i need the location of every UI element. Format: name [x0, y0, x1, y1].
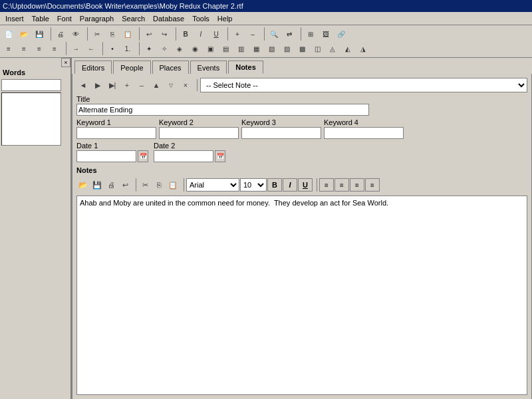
tb-special-13[interactable]: ◬ — [325, 42, 340, 55]
menu-help[interactable]: Help — [213, 14, 237, 23]
note-up-btn[interactable]: ▲ — [150, 79, 163, 91]
menu-tools[interactable]: Tools — [188, 14, 213, 23]
tb-sep-9 — [100, 42, 103, 55]
date1-calendar-btn[interactable]: 📅 — [138, 150, 148, 162]
tb-link-btn[interactable]: 🔗 — [334, 27, 348, 41]
keyword3-label: Keyword 3 — [241, 118, 321, 126]
tb-special-14[interactable]: ◭ — [340, 42, 355, 55]
tb-align-left-btn[interactable]: ≡ — [1, 42, 16, 55]
tb-zoom-in-btn[interactable]: + — [230, 27, 245, 41]
notes-save-btn[interactable]: 💾 — [90, 179, 104, 191]
notes-align-right-btn[interactable]: ≡ — [350, 178, 364, 192]
notes-align-justify-btn[interactable]: ≡ — [365, 178, 380, 192]
tb-special-12[interactable]: ◫ — [310, 42, 325, 55]
keyword3-input[interactable] — [241, 127, 321, 139]
left-panel-search-input[interactable] — [1, 79, 61, 91]
notes-bold-btn[interactable]: B — [267, 178, 282, 192]
notes-italic-btn[interactable]: I — [283, 178, 297, 192]
dates-row: Date 1 📅 Date 2 📅 — [76, 142, 527, 162]
tb-image-btn[interactable]: 🖼 — [319, 27, 333, 41]
tb-zoom-out-btn[interactable]: – — [245, 27, 260, 41]
tb-align-center-btn[interactable]: ≡ — [17, 42, 31, 55]
tb-outdent-btn[interactable]: ← — [84, 42, 98, 55]
notes-align-center-btn[interactable]: ≡ — [334, 178, 349, 192]
keyword4-input[interactable] — [324, 127, 404, 139]
tb-find-btn[interactable]: 🔍 — [267, 27, 281, 41]
tb-italic-btn[interactable]: I — [194, 27, 208, 41]
notes-align-left-btn[interactable]: ≡ — [319, 178, 334, 192]
tb-table-btn[interactable]: ⊞ — [303, 27, 318, 41]
tab-places[interactable]: Places — [152, 61, 189, 74]
tb-align-right-btn[interactable]: ≡ — [32, 42, 47, 55]
left-panel-list[interactable] — [1, 92, 61, 146]
notes-open-btn[interactable]: 📂 — [76, 179, 90, 191]
title-input[interactable] — [76, 104, 369, 116]
notes-textarea[interactable]: Ahab and Moby are united in the common n… — [76, 196, 527, 395]
tb-special-1[interactable]: ✦ — [142, 42, 156, 55]
menu-database[interactable]: Database — [149, 14, 188, 23]
note-close-btn[interactable]: × — [179, 79, 192, 91]
notes-paste-btn[interactable]: 📋 — [166, 179, 180, 191]
date2-calendar-btn[interactable]: 📅 — [215, 150, 225, 162]
note-down-btn[interactable]: ▽ — [164, 79, 178, 91]
toolbar-row-2: ≡ ≡ ≡ ≡ → ← • 1. ✦ ✧ ◈ ◉ ▣ ▤ ▥ ▦ ▧ ▨ ▩ ◫… — [1, 41, 531, 56]
tb-special-4[interactable]: ◉ — [188, 42, 202, 55]
tb-justify-btn[interactable]: ≡ — [47, 42, 62, 55]
notes-print-btn[interactable]: 🖨 — [104, 179, 118, 191]
tb-special-5[interactable]: ▣ — [203, 42, 217, 55]
notes-cut-btn[interactable]: ✂ — [138, 179, 152, 191]
select-note-dropdown[interactable]: -- Select Note -- — [200, 78, 527, 92]
tb-bullet-btn[interactable]: • — [105, 42, 120, 55]
notes-copy-btn[interactable]: ⎘ — [152, 179, 166, 191]
menu-table[interactable]: Table — [28, 14, 53, 23]
tb-special-15[interactable]: ◮ — [356, 42, 370, 55]
tb-new-btn[interactable]: 📄 — [1, 27, 16, 41]
left-panel-close-btn[interactable]: × — [61, 58, 70, 67]
menu-paragraph[interactable]: Paragraph — [76, 14, 118, 23]
tb-replace-btn[interactable]: ⇄ — [282, 27, 297, 41]
tb-print-btn[interactable]: 🖨 — [53, 27, 68, 41]
keyword3-group: Keyword 3 — [241, 118, 321, 139]
tb-special-7[interactable]: ▥ — [233, 42, 248, 55]
tb-special-2[interactable]: ✧ — [157, 42, 172, 55]
date2-input[interactable] — [154, 150, 213, 162]
date1-input[interactable] — [76, 150, 136, 162]
tb-special-3[interactable]: ◈ — [172, 42, 187, 55]
tab-editors[interactable]: Editors — [74, 61, 112, 74]
note-next-btn[interactable]: ▶| — [106, 79, 119, 91]
tb-redo-btn[interactable]: ↪ — [157, 27, 172, 41]
tb-number-btn[interactable]: 1. — [120, 42, 135, 55]
tb-special-9[interactable]: ▧ — [264, 42, 279, 55]
menu-search[interactable]: Search — [118, 14, 149, 23]
tb-special-10[interactable]: ▨ — [279, 42, 294, 55]
tb-save-btn[interactable]: 💾 — [32, 27, 47, 41]
note-first-btn[interactable]: ◄ — [76, 79, 90, 91]
note-play-btn[interactable]: ▶ — [91, 79, 104, 91]
notes-size-select[interactable]: 10 — [240, 178, 267, 192]
notes-underline-btn[interactable]: U — [298, 178, 313, 192]
tab-events[interactable]: Events — [190, 61, 227, 74]
notes-font-select[interactable]: Arial — [186, 178, 239, 192]
tb-bold-btn[interactable]: B — [178, 27, 193, 41]
tb-special-11[interactable]: ▩ — [295, 42, 309, 55]
tb-special-6[interactable]: ▤ — [218, 42, 233, 55]
note-add-btn[interactable]: + — [120, 79, 134, 91]
tb-special-8[interactable]: ▦ — [249, 42, 263, 55]
menu-font[interactable]: Font — [53, 14, 76, 23]
tb-undo-btn[interactable]: ↩ — [142, 27, 156, 41]
tab-notes[interactable]: Notes — [228, 61, 263, 74]
tb-indent-btn[interactable]: → — [68, 42, 83, 55]
tb-underline-btn[interactable]: U — [209, 27, 223, 41]
tb-paste-btn[interactable]: 📋 — [120, 27, 135, 41]
notes-undo-btn[interactable]: ↩ — [118, 179, 132, 191]
tb-open-btn[interactable]: 📂 — [17, 27, 31, 41]
menu-bar: Insert Table Font Paragraph Search Datab… — [0, 12, 532, 25]
tb-cut-btn[interactable]: ✂ — [90, 27, 104, 41]
note-remove-btn[interactable]: – — [135, 79, 148, 91]
menu-insert[interactable]: Insert — [1, 14, 28, 23]
tab-people[interactable]: People — [113, 61, 150, 74]
keyword1-input[interactable] — [76, 127, 156, 139]
tb-preview-btn[interactable]: 👁 — [68, 27, 83, 41]
tb-copy-btn[interactable]: ⎘ — [105, 27, 120, 41]
keyword2-input[interactable] — [159, 127, 239, 139]
